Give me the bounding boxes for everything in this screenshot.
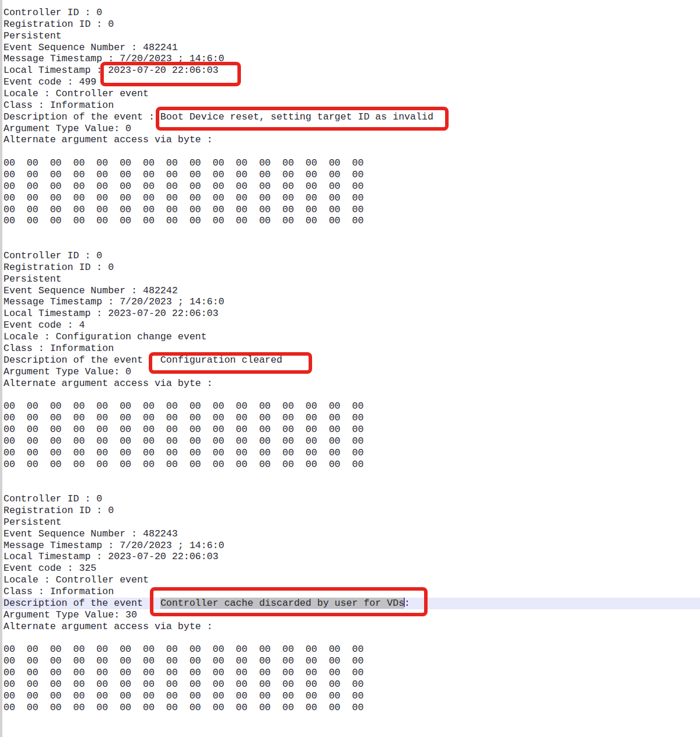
blank-line [0, 238, 700, 250]
hex-dump-row: 00 00 00 00 00 00 00 00 00 00 00 00 00 0… [0, 181, 700, 192]
alternate-argument-line: Alternate argument access via byte : [0, 378, 700, 389]
locale-line: Locale : Controller event [0, 574, 700, 586]
registration-id-line: Registration ID : 0 [0, 19, 700, 30]
event-block-482241: Controller ID : 0 Registration ID : 0 Pe… [0, 7, 700, 250]
registration-id-line: Registration ID : 0 [0, 505, 700, 517]
blank-line [0, 146, 700, 157]
argument-type-line: Argument Type Value: 30 [0, 609, 700, 621]
hex-dump-row: 00 00 00 00 00 00 00 00 00 00 00 00 00 0… [0, 412, 700, 424]
class-line: Class : Information [0, 343, 700, 355]
alternate-argument-line: Alternate argument access via byte : [0, 134, 700, 146]
event-sequence-line: Event Sequence Number : 482242 [0, 285, 700, 297]
hex-dump-row: 00 00 00 00 00 00 00 00 00 00 00 00 00 0… [0, 204, 700, 216]
hex-dump-row: 00 00 00 00 00 00 00 00 00 00 00 00 00 0… [0, 447, 700, 459]
log-text-area[interactable]: Controller ID : 0 Registration ID : 0 Pe… [0, 7, 700, 713]
event-code-line: Event code : 325 [0, 563, 700, 574]
event-block-482242: Controller ID : 0 Registration ID : 0 Pe… [0, 250, 700, 493]
hex-dump-row: 00 00 00 00 00 00 00 00 00 00 00 00 00 0… [0, 655, 700, 667]
event-code-line: Event code : 4 [0, 320, 700, 331]
description-line: Description of the event : Boot Device r… [0, 111, 700, 123]
locale-line: Locale : Configuration change event [0, 331, 700, 343]
class-line: Class : Information [0, 100, 700, 111]
description-line: Description of the event Configuration c… [0, 355, 700, 366]
controller-id-line: Controller ID : 0 [0, 493, 700, 505]
description-prefix: Description of the event [4, 598, 160, 609]
hex-dump-row: 00 00 00 00 00 00 00 00 00 00 00 00 00 0… [0, 690, 700, 702]
log-viewer-page: { "annotations": { "red_box_color": "#e8… [0, 0, 700, 737]
registration-id-line: Registration ID : 0 [0, 262, 700, 273]
blank-line [0, 389, 700, 401]
description-suffix: : [404, 598, 410, 609]
argument-type-line: Argument Type Value: 0 [0, 123, 700, 135]
hex-dump-row: 00 00 00 00 00 00 00 00 00 00 00 00 00 0… [0, 157, 700, 169]
blank-line [0, 482, 700, 493]
persistent-line: Persistent [0, 273, 700, 285]
blank-line [0, 227, 700, 238]
class-line: Class : Information [0, 586, 700, 598]
event-sequence-line: Event Sequence Number : 482243 [0, 528, 700, 540]
event-code-line: Event code : 499 [0, 76, 700, 88]
persistent-line: Persistent [0, 30, 700, 42]
local-timestamp-line: Local Timestamp : 2023-07-20 22:06:03 [0, 65, 700, 76]
hex-dump-row: 00 00 00 00 00 00 00 00 00 00 00 00 00 0… [0, 401, 700, 412]
controller-id-line: Controller ID : 0 [0, 7, 700, 19]
persistent-line: Persistent [0, 517, 700, 528]
local-timestamp-line: Local Timestamp : 2023-07-20 22:06:03 [0, 551, 700, 563]
hex-dump-row: 00 00 00 00 00 00 00 00 00 00 00 00 00 0… [0, 169, 700, 181]
alternate-argument-line: Alternate argument access via byte : [0, 621, 700, 633]
local-timestamp-line: Local Timestamp : 2023-07-20 22:06:03 [0, 308, 700, 320]
message-timestamp-line: Message Timestamp : 7/20/2023 ; 14:6:0 [0, 540, 700, 552]
blank-line [0, 470, 700, 482]
message-timestamp-line: Message Timestamp : 7/20/2023 ; 14:6:0 [0, 296, 700, 308]
selected-text: Controller cache discarded by user for V… [160, 598, 404, 609]
hex-dump-row: 00 00 00 00 00 00 00 00 00 00 00 00 00 0… [0, 644, 700, 655]
locale-line: Locale : Controller event [0, 88, 700, 100]
event-block-482243: Controller ID : 0 Registration ID : 0 Pe… [0, 493, 700, 713]
hex-dump-row: 00 00 00 00 00 00 00 00 00 00 00 00 00 0… [0, 424, 700, 436]
hex-dump-row: 00 00 00 00 00 00 00 00 00 00 00 00 00 0… [0, 679, 700, 690]
event-sequence-line: Event Sequence Number : 482241 [0, 42, 700, 54]
blank-line [0, 632, 700, 644]
description-line-highlighted[interactable]: Description of the event Controller cach… [0, 598, 700, 609]
hex-dump-row: 00 00 00 00 00 00 00 00 00 00 00 00 00 0… [0, 436, 700, 447]
hex-dump-row: 00 00 00 00 00 00 00 00 00 00 00 00 00 0… [0, 215, 700, 227]
window-left-edge [0, 0, 2, 737]
hex-dump-row: 00 00 00 00 00 00 00 00 00 00 00 00 00 0… [0, 192, 700, 204]
controller-id-line: Controller ID : 0 [0, 250, 700, 262]
argument-type-line: Argument Type Value: 0 [0, 366, 700, 378]
message-timestamp-line: Message Timestamp : 7/20/2023 ; 14:6:0 [0, 53, 700, 65]
hex-dump-row: 00 00 00 00 00 00 00 00 00 00 00 00 00 0… [0, 459, 700, 471]
hex-dump-row: 00 00 00 00 00 00 00 00 00 00 00 00 00 0… [0, 702, 700, 714]
hex-dump-row: 00 00 00 00 00 00 00 00 00 00 00 00 00 0… [0, 667, 700, 679]
